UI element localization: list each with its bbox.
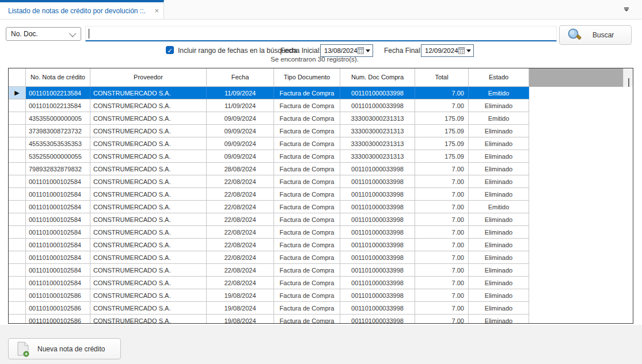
cell-estado[interactable]: Emitido xyxy=(469,201,529,213)
row-selector-cell[interactable] xyxy=(9,277,26,289)
cell-num-doc-compra[interactable]: 333003000231313 xyxy=(340,125,415,137)
cell-proveedor[interactable]: CONSTRUMERCADO S.A. xyxy=(90,87,207,99)
table-row[interactable]: 001101000102584CONSTRUMERCADO S.A.22/08/… xyxy=(9,251,633,264)
table-row[interactable]: 535255000000055CONSTRUMERCADO S.A.09/09/… xyxy=(9,150,633,163)
row-selector-cell[interactable] xyxy=(9,188,26,201)
cell-tipo-documento[interactable]: Factura de Compra xyxy=(274,87,340,99)
cell-estado[interactable]: Eliminado xyxy=(469,277,529,289)
cell-tipo-documento[interactable]: Factura de Compra xyxy=(274,201,340,213)
cell-fecha[interactable]: 22/08/2024 xyxy=(207,213,274,226)
column-header-fecha[interactable]: Fecha xyxy=(207,68,274,87)
row-selector-cell[interactable] xyxy=(9,213,26,226)
table-row[interactable]: 798932832879832CONSTRUMERCADO S.A.28/08/… xyxy=(9,163,633,175)
cell-fecha[interactable]: 22/08/2024 xyxy=(207,175,274,188)
cell-proveedor[interactable]: CONSTRUMERCADO S.A. xyxy=(90,213,207,226)
cell-estado[interactable]: Eliminado xyxy=(469,213,529,226)
cell-num-doc-compra[interactable]: 333003000231313 xyxy=(340,150,415,163)
row-selector-cell[interactable] xyxy=(9,175,26,188)
cell-fecha[interactable]: 19/08/2024 xyxy=(207,315,274,323)
cell-tipo-documento[interactable]: Factura de Compra xyxy=(274,163,340,175)
cell-total[interactable]: 7.00 xyxy=(415,289,469,302)
cell-num-doc-compra[interactable]: 001101000033998 xyxy=(340,201,415,213)
fecha-final-picker[interactable]: 12/09/2024 xyxy=(421,44,474,57)
table-row[interactable]: 001101000102584CONSTRUMERCADO S.A.22/08/… xyxy=(9,175,633,188)
cell-total[interactable]: 7.00 xyxy=(415,175,469,188)
cell-total[interactable]: 7.00 xyxy=(415,99,469,112)
cell-num-doc-compra[interactable]: 001101000033998 xyxy=(340,251,415,264)
cell-num-doc-compra[interactable]: 001101000033998 xyxy=(340,163,415,175)
cell-tipo-documento[interactable]: Factura de Compra xyxy=(274,112,340,125)
cell-num-doc-compra[interactable]: 001101000033998 xyxy=(340,277,415,289)
cell-proveedor[interactable]: CONSTRUMERCADO S.A. xyxy=(90,188,207,201)
buscar-button[interactable]: Buscar xyxy=(559,25,632,45)
table-row[interactable]: 001101000102584CONSTRUMERCADO S.A.22/08/… xyxy=(9,188,633,201)
table-row[interactable]: 373983008723732CONSTRUMERCADO S.A.09/09/… xyxy=(9,125,633,137)
cell-nota-credito[interactable]: 001101002213584 xyxy=(26,99,90,112)
cell-tipo-documento[interactable]: Factura de Compra xyxy=(274,277,340,289)
cell-num-doc-compra[interactable]: 001101000033998 xyxy=(340,289,415,302)
cell-total[interactable]: 7.00 xyxy=(415,213,469,226)
cell-proveedor[interactable]: CONSTRUMERCADO S.A. xyxy=(90,150,207,163)
cell-num-doc-compra[interactable]: 001101000033998 xyxy=(340,188,415,201)
cell-tipo-documento[interactable]: Factura de Compra xyxy=(274,251,340,264)
cell-num-doc-compra[interactable]: 001101000033998 xyxy=(340,99,415,112)
row-selector-cell[interactable] xyxy=(9,251,26,264)
cell-fecha[interactable]: 19/08/2024 xyxy=(207,289,274,302)
cell-tipo-documento[interactable]: Factura de Compra xyxy=(274,264,340,277)
cell-proveedor[interactable]: CONSTRUMERCADO S.A. xyxy=(90,125,207,137)
cell-num-doc-compra[interactable]: 333003000231313 xyxy=(340,137,415,150)
cell-tipo-documento[interactable]: Factura de Compra xyxy=(274,315,340,323)
close-icon[interactable]: × xyxy=(154,7,159,14)
row-selector-cell[interactable]: ▶ xyxy=(9,87,26,99)
cell-tipo-documento[interactable]: Factura de Compra xyxy=(274,302,340,315)
cell-nota-credito[interactable]: 373983008723732 xyxy=(26,125,90,137)
cell-nota-credito[interactable]: 455353053535353 xyxy=(26,137,90,150)
cell-estado[interactable]: Eliminado xyxy=(469,251,529,264)
cell-estado[interactable]: Emitido xyxy=(469,87,529,99)
cell-total[interactable]: 7.00 xyxy=(415,315,469,323)
tab-listado-notas-credito[interactable]: Listado de notas de crédito por devoluci… xyxy=(0,0,164,19)
cell-tipo-documento[interactable]: Factura de Compra xyxy=(274,226,340,239)
cell-proveedor[interactable]: CONSTRUMERCADO S.A. xyxy=(90,99,207,112)
cell-estado[interactable]: Eliminado xyxy=(469,264,529,277)
cell-num-doc-compra[interactable]: 001101000033998 xyxy=(340,213,415,226)
cell-num-doc-compra[interactable]: 001101000033998 xyxy=(340,226,415,239)
cell-proveedor[interactable]: CONSTRUMERCADO S.A. xyxy=(90,175,207,188)
row-selector-cell[interactable] xyxy=(9,302,26,315)
row-selector-cell[interactable] xyxy=(9,150,26,163)
search-field-dropdown[interactable]: No. Doc. xyxy=(6,27,81,41)
cell-num-doc-compra[interactable]: 333003000231313 xyxy=(340,112,415,125)
dropdown-caret-icon[interactable] xyxy=(466,49,471,52)
row-selector-cell[interactable] xyxy=(9,289,26,302)
cell-nota-credito[interactable]: 001101000102584 xyxy=(26,201,90,213)
column-header-nota-credito[interactable]: No. Nota de crédito xyxy=(26,68,90,87)
table-row[interactable]: 001101002213584CONSTRUMERCADO S.A.11/09/… xyxy=(9,99,633,112)
cell-fecha[interactable]: 11/09/2024 xyxy=(207,99,274,112)
row-selector-cell[interactable] xyxy=(9,264,26,277)
row-selector-cell[interactable] xyxy=(9,99,26,112)
search-input[interactable] xyxy=(85,26,557,41)
cell-proveedor[interactable]: CONSTRUMERCADO S.A. xyxy=(90,264,207,277)
cell-proveedor[interactable]: CONSTRUMERCADO S.A. xyxy=(90,239,207,251)
cell-tipo-documento[interactable]: Factura de Compra xyxy=(274,289,340,302)
include-date-range-checkbox[interactable]: ✓ xyxy=(166,46,174,54)
cell-nota-credito[interactable]: 798932832879832 xyxy=(26,163,90,175)
table-row[interactable]: 001101000102586CONSTRUMERCADO S.A.19/08/… xyxy=(9,302,633,315)
cell-fecha[interactable]: 22/08/2024 xyxy=(207,226,274,239)
cell-fecha[interactable]: 22/08/2024 xyxy=(207,277,274,289)
cell-estado[interactable]: Eliminado xyxy=(469,150,529,163)
cell-nota-credito[interactable]: 001101002213584 xyxy=(26,87,90,99)
cell-fecha[interactable]: 09/09/2024 xyxy=(207,150,274,163)
row-selector-cell[interactable] xyxy=(9,163,26,175)
column-header-total[interactable]: Total xyxy=(415,68,469,87)
nueva-nota-credito-button[interactable]: Nueva nota de crédito xyxy=(8,338,121,359)
cell-fecha[interactable]: 09/09/2024 xyxy=(207,137,274,150)
row-selector-cell[interactable] xyxy=(9,137,26,150)
cell-fecha[interactable]: 22/08/2024 xyxy=(207,201,274,213)
cell-proveedor[interactable]: CONSTRUMERCADO S.A. xyxy=(90,163,207,175)
cell-total[interactable]: 7.00 xyxy=(415,302,469,315)
cell-num-doc-compra[interactable]: 001101000033998 xyxy=(340,175,415,188)
cell-nota-credito[interactable]: 001101000102584 xyxy=(26,264,90,277)
cell-fecha[interactable]: 19/08/2024 xyxy=(207,302,274,315)
cell-total[interactable]: 7.00 xyxy=(415,264,469,277)
